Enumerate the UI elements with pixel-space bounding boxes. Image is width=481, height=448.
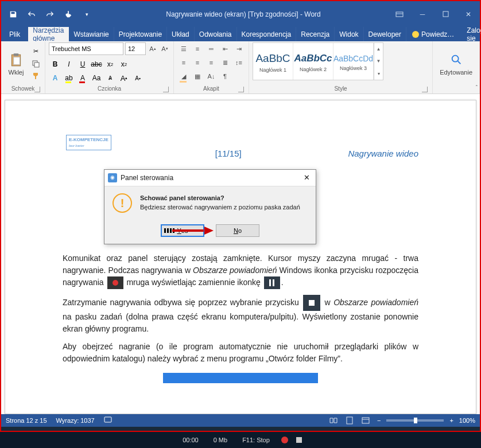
zoom-slider[interactable] (386, 419, 444, 422)
paragraph-1: Komunikat oraz panel sterujący zostają z… (63, 252, 418, 289)
copy-icon[interactable] (30, 59, 41, 69)
dialog-close-icon[interactable]: ✕ (301, 172, 312, 184)
taskbar-stop-icon[interactable] (296, 437, 302, 443)
align-center-icon[interactable]: ≡ (191, 56, 204, 69)
italic-button[interactable]: I (63, 58, 75, 71)
tell-me-label: Powiedz… (421, 30, 454, 38)
find-button[interactable]: Edytowanie (436, 42, 476, 84)
increase-indent-icon[interactable]: ⇥ (232, 42, 245, 55)
tab-developer[interactable]: Deweloper (364, 27, 406, 41)
align-right-icon[interactable]: ≡ (205, 56, 218, 69)
styles-scroll-up-icon[interactable]: ▲ (374, 43, 383, 55)
clear-formatting-icon[interactable]: A̷ (104, 72, 117, 84)
status-bar: Strona 12 z 15 Wyrazy: 1037 − + 100% (1, 414, 480, 427)
show-marks-icon[interactable]: ¶ (219, 70, 231, 83)
grow-font-icon[interactable]: A▴ (148, 43, 158, 54)
tab-mailings[interactable]: Korespondencja (237, 27, 297, 41)
sign-in[interactable]: Zaloguj się (460, 27, 481, 41)
tab-review[interactable]: Recenzja (296, 27, 335, 41)
web-layout-icon[interactable] (360, 416, 371, 425)
cut-icon[interactable]: ✂ (30, 46, 41, 57)
tell-me[interactable]: Powiedz… (406, 27, 460, 41)
para-extra-icon[interactable] (232, 70, 245, 83)
group-paragraph: ☰ ≡ ═ ⇤ ⇥ ≡ ≡ ≡ ≣ ↕≡ ◢ ▦ A↓ ¶ Akapit (174, 41, 249, 94)
no-button[interactable]: No (216, 224, 259, 237)
logo-text: E-KOMPETENCJE (69, 137, 108, 143)
styles-scroll-down-icon[interactable]: ▼ (374, 55, 383, 67)
align-left-icon[interactable]: ≡ (177, 56, 190, 69)
shrink-font-2-icon[interactable]: A▾ (131, 72, 144, 84)
font-size-input[interactable] (125, 42, 146, 55)
style3-preview: AaBbCcDd (333, 52, 373, 65)
text-effects-icon[interactable]: A (49, 72, 61, 84)
taskbar-record-icon[interactable] (281, 437, 288, 443)
control-panel-dialog: ◉ Panel sterowania ✕ ! Schować panel ste… (104, 169, 316, 244)
svg-rect-9 (104, 417, 111, 422)
paragraph-launcher-icon[interactable] (238, 87, 244, 92)
decrease-indent-icon[interactable]: ⇤ (219, 42, 231, 55)
font-name-input[interactable] (49, 42, 123, 55)
tab-view[interactable]: Widok (335, 27, 363, 41)
line-spacing-icon[interactable]: ↕≡ (232, 56, 245, 69)
status-words[interactable]: Wyrazy: 1037 (56, 417, 95, 424)
clipboard-launcher-icon[interactable] (34, 87, 40, 92)
tab-references[interactable]: Odwołania (195, 27, 237, 41)
style-heading2[interactable]: AaBbCc Nagłówek 2 (293, 43, 333, 80)
tab-home[interactable]: Narzędzia główne (28, 27, 69, 41)
print-layout-icon[interactable] (344, 416, 355, 425)
logo-sub: bez barier (69, 143, 108, 149)
styles-expand-icon[interactable]: ▾ (374, 68, 383, 80)
styles-launcher-icon[interactable] (422, 87, 428, 92)
font-color-icon[interactable]: A (76, 72, 89, 84)
ribbon-display-icon[interactable] (388, 6, 411, 23)
grow-font-2-icon[interactable]: A▴ (118, 72, 130, 84)
numbering-icon[interactable]: ≡ (191, 42, 204, 55)
collapse-ribbon-icon[interactable]: ˆ (476, 85, 478, 91)
zoom-out-icon[interactable]: − (376, 417, 382, 424)
style-heading3[interactable]: AaBbCcDd Nagłówek 3 (333, 43, 374, 80)
tab-file[interactable]: Plik (1, 27, 28, 41)
touch-mode-icon[interactable] (61, 7, 76, 22)
style-heading1[interactable]: AaBbC Nagłówek 1 (253, 43, 293, 80)
document-area[interactable]: E-KOMPETENCJE bez barier [11/15] Nagrywa… (1, 94, 480, 414)
zoom-level[interactable]: 100% (459, 417, 475, 424)
shrink-font-icon[interactable]: A▾ (160, 43, 170, 54)
paste-button[interactable]: Wklej (5, 42, 28, 84)
change-case-icon[interactable]: Aa (90, 72, 103, 84)
highlight-icon[interactable]: ab (63, 72, 75, 84)
bullets-icon[interactable]: ☰ (177, 42, 190, 55)
superscript-button[interactable]: x2 (118, 58, 130, 71)
tab-layout[interactable]: Układ (167, 27, 195, 41)
maximize-icon[interactable] (434, 6, 457, 23)
sort-icon[interactable]: A↓ (205, 70, 218, 83)
read-mode-icon[interactable] (328, 416, 339, 425)
ribbon: Wklej ✂ Schowek A▴ A▾ B (1, 41, 480, 94)
styles-gallery: AaBbC Nagłówek 1 AaBbCc Nagłówek 2 AaBbC… (253, 42, 383, 80)
undo-icon[interactable] (24, 7, 39, 22)
font-launcher-icon[interactable] (163, 87, 169, 92)
svg-rect-1 (443, 11, 448, 17)
save-icon[interactable] (6, 7, 21, 22)
tab-insert[interactable]: Wstawianie (69, 27, 114, 41)
minimize-icon[interactable]: ─ (411, 6, 434, 23)
style2-name: Nagłówek 2 (300, 67, 327, 72)
borders-icon[interactable]: ▦ (191, 70, 204, 83)
qat-customize-icon[interactable]: ▾ (79, 7, 94, 22)
justify-icon[interactable]: ≣ (219, 56, 231, 69)
zoom-in-icon[interactable]: + (448, 417, 454, 424)
record-icon (107, 276, 123, 289)
status-page[interactable]: Strona 12 z 15 (6, 417, 47, 424)
strikethrough-button[interactable]: abc (90, 58, 103, 71)
multilevel-icon[interactable]: ═ (205, 42, 218, 55)
format-painter-icon[interactable] (30, 71, 41, 81)
subscript-button[interactable]: x2 (104, 58, 117, 71)
tab-design[interactable]: Projektowanie (114, 27, 167, 41)
window-title: Nagrywanie wideo (ekran) [Tryb zgodności… (99, 10, 388, 18)
close-icon[interactable]: ✕ (457, 6, 480, 23)
shading-icon[interactable]: ◢ (177, 70, 190, 83)
bold-button[interactable]: B (49, 58, 61, 71)
status-language-icon[interactable] (104, 416, 112, 424)
underline-button[interactable]: U (76, 58, 89, 71)
redo-icon[interactable] (42, 7, 57, 22)
clipboard-label: Schowek (5, 84, 41, 94)
